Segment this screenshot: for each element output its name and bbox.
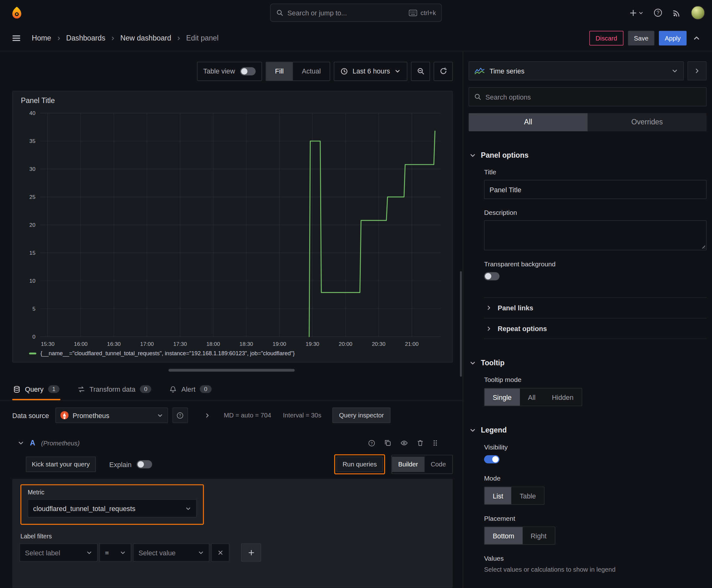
user-avatar[interactable] xyxy=(691,6,705,19)
preview-toolbar: Table view Fill Actual Last 6 hours xyxy=(0,51,463,91)
remove-filter-button[interactable] xyxy=(211,543,230,562)
keyboard-icon xyxy=(409,9,417,16)
builder-option[interactable]: Builder xyxy=(392,457,425,472)
collapse-header-button[interactable] xyxy=(691,33,702,44)
code-option[interactable]: Code xyxy=(425,457,452,472)
discard-button[interactable]: Discard xyxy=(589,31,624,45)
query-row-header[interactable]: A (Prometheus) ? xyxy=(12,434,453,453)
help-button[interactable]: ? xyxy=(653,8,662,17)
panel-title-input[interactable] xyxy=(484,180,707,199)
eye-icon[interactable] xyxy=(400,439,408,447)
options-search[interactable] xyxy=(469,87,707,106)
search-icon xyxy=(474,93,481,101)
trash-icon[interactable] xyxy=(417,439,424,447)
tab-overrides[interactable]: Overrides xyxy=(588,113,707,131)
table-view-switch[interactable] xyxy=(240,67,256,75)
label-filter-operator-select[interactable]: = xyxy=(100,543,131,562)
svg-text:15:30: 15:30 xyxy=(41,341,54,347)
breadcrumb-new-dashboard[interactable]: New dashboard xyxy=(120,34,171,42)
keyboard-shortcut-hint: ctrl+k xyxy=(409,9,436,16)
tab-alert[interactable]: Alert 0 xyxy=(169,378,212,400)
save-button[interactable]: Save xyxy=(628,31,654,45)
global-search-input[interactable] xyxy=(287,9,405,17)
add-filter-button[interactable] xyxy=(241,543,261,562)
help-icon: ? xyxy=(176,412,184,419)
tooltip-mode-all[interactable]: All xyxy=(520,388,544,406)
transparent-background-switch[interactable] xyxy=(484,272,499,280)
metric-select[interactable]: cloudflared_tunnel_total_requests xyxy=(28,499,196,518)
grafana-logo[interactable] xyxy=(7,3,26,22)
panel-description-input[interactable] xyxy=(484,220,707,250)
panel-links-section[interactable]: Panel links xyxy=(484,297,707,318)
copy-icon[interactable] xyxy=(384,439,391,447)
chevron-down-icon xyxy=(671,68,678,74)
add-menu-button[interactable] xyxy=(629,9,644,17)
panel-title[interactable]: Panel Title xyxy=(19,97,446,108)
time-series-chart[interactable]: 051015202530354015:3016:0016:3017:0017:3… xyxy=(19,108,446,350)
legend-mode-list[interactable]: List xyxy=(484,487,511,504)
chevron-down-icon xyxy=(470,360,476,366)
zoom-out-button[interactable] xyxy=(411,62,430,81)
tooltip-mode-hidden[interactable]: Hidden xyxy=(544,388,582,406)
global-search[interactable]: ctrl+k xyxy=(270,4,442,22)
legend-placement-bottom[interactable]: Bottom xyxy=(484,527,522,544)
legend-visibility-switch[interactable] xyxy=(484,455,499,463)
repeat-options-label: Repeat options xyxy=(498,324,547,332)
breadcrumb-dashboards[interactable]: Dashboards xyxy=(66,34,106,42)
query-options-toggle[interactable] xyxy=(204,413,210,418)
tab-transform[interactable]: Transform data 0 xyxy=(77,378,153,400)
breadcrumb-home[interactable]: Home xyxy=(32,34,51,42)
query-inspector-button[interactable]: Query inspector xyxy=(332,407,390,423)
chevron-down-icon[interactable] xyxy=(18,440,24,446)
legend-header[interactable]: Legend xyxy=(469,426,707,435)
menu-icon xyxy=(12,34,21,43)
apply-button[interactable]: Apply xyxy=(659,31,687,45)
builder-code-group: Builder Code xyxy=(391,455,453,474)
tooltip-mode-single[interactable]: Single xyxy=(484,388,520,406)
tab-transform-label: Transform data xyxy=(89,385,135,393)
datasource-help-button[interactable]: ? xyxy=(172,407,188,423)
time-range-picker[interactable]: Last 6 hours xyxy=(334,62,408,81)
datasource-picker[interactable]: Prometheus xyxy=(55,407,168,423)
panel-options-header[interactable]: Panel options xyxy=(469,151,707,160)
broadcast-icon xyxy=(672,8,681,17)
tooltip-title: Tooltip xyxy=(481,359,504,367)
legend-swatch[interactable] xyxy=(29,352,37,354)
explain-switch[interactable] xyxy=(136,460,152,468)
interval-summary[interactable]: Interval = 30s xyxy=(283,412,321,419)
menu-toggle-button[interactable] xyxy=(7,29,25,47)
label-filter-label-select[interactable]: Select label xyxy=(19,543,98,562)
label-filters-row: Select label = Select valu xyxy=(19,543,446,562)
chevron-up-icon xyxy=(693,35,700,42)
tab-query[interactable]: Query 1 xyxy=(12,378,60,400)
actual-option[interactable]: Actual xyxy=(293,62,330,81)
refresh-button[interactable] xyxy=(434,62,453,81)
chevron-down-icon xyxy=(470,427,476,434)
legend-label[interactable]: {__name__="cloudflared_tunnel_total_requ… xyxy=(41,350,295,357)
breadcrumb: Home Dashboards New dashboard Edit panel xyxy=(32,34,218,42)
max-data-points-summary[interactable]: MD = auto = 704 xyxy=(224,412,271,419)
drag-handle-icon[interactable] xyxy=(432,439,438,447)
visualization-row: Time series xyxy=(469,61,707,80)
visualization-picker[interactable]: Time series xyxy=(469,61,684,80)
label-filter-value-select[interactable]: Select value xyxy=(133,543,209,562)
news-button[interactable] xyxy=(672,8,681,17)
fill-option[interactable]: Fill xyxy=(266,62,293,81)
kick-start-button[interactable]: Kick start your query xyxy=(26,457,95,472)
horizontal-scrollbar[interactable] xyxy=(168,369,295,372)
chevron-right-icon xyxy=(110,36,115,41)
legend-mode-table[interactable]: Table xyxy=(511,487,544,504)
svg-text:19:00: 19:00 xyxy=(273,341,286,347)
help-icon[interactable]: ? xyxy=(368,439,376,447)
panel-edit-actions: Discard Save Apply xyxy=(589,31,702,45)
vertical-scrollbar[interactable] xyxy=(460,271,462,377)
tooltip-header[interactable]: Tooltip xyxy=(469,359,707,367)
repeat-options-section[interactable]: Repeat options xyxy=(484,318,707,339)
breadcrumb-edit-panel: Edit panel xyxy=(186,34,218,42)
run-queries-button[interactable]: Run queries xyxy=(337,457,383,472)
collapse-options-pane-button[interactable] xyxy=(688,61,707,80)
legend-placement-right[interactable]: Right xyxy=(522,527,555,544)
table-view-control[interactable]: Table view xyxy=(197,62,262,81)
options-search-input[interactable] xyxy=(486,93,701,101)
tab-all[interactable]: All xyxy=(469,113,588,131)
